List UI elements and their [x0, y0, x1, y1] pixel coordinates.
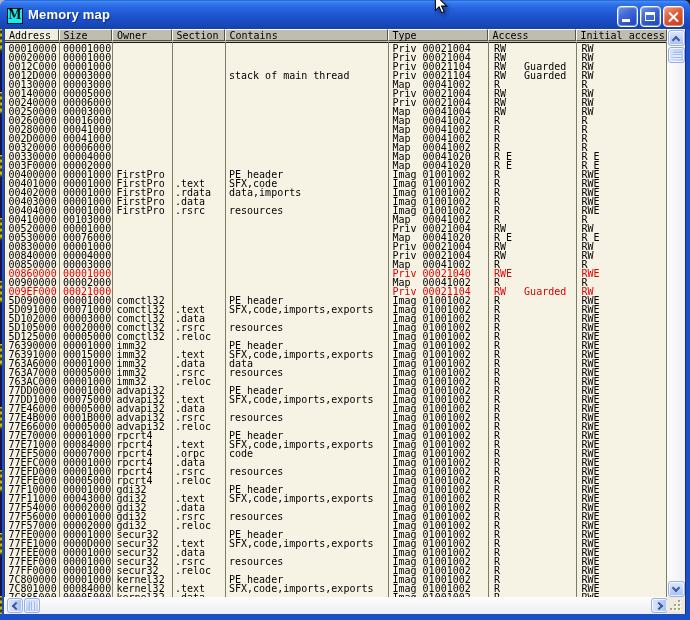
cell-contains: resources [229, 413, 283, 422]
cell-contains: SFX,code,imports,exports [229, 584, 374, 593]
right-border-line [685, 29, 686, 614]
column-header-label: Owner [117, 31, 147, 41]
chevron-left-icon [12, 601, 20, 609]
column-header-label: Access [493, 31, 529, 41]
cell-contains: resources [229, 368, 283, 377]
column-header-initial-access[interactable]: Initial access [576, 29, 668, 41]
cell-section: .reloc [175, 476, 211, 485]
column-header-label: Section [177, 31, 219, 41]
maximize-icon [645, 12, 655, 21]
left-border-line [4, 29, 5, 597]
scroll-down-button[interactable] [668, 581, 685, 597]
cell-contains: resources [229, 206, 283, 215]
resize-grip-dot [678, 600, 680, 602]
vertical-scrollbar[interactable] [667, 29, 685, 597]
cell-contains: resources [229, 323, 283, 332]
scroll-left-button[interactable] [7, 598, 24, 614]
resize-grip-dot [678, 608, 680, 610]
column-header-label: Type [393, 31, 417, 41]
scroll-up-button[interactable] [668, 30, 685, 46]
chevron-down-icon [672, 583, 680, 591]
cell-section: .reloc [175, 377, 211, 386]
cell-contains: SFX,code,imports,exports [229, 395, 374, 404]
cell-access: RW Guarded [494, 71, 566, 80]
column-header-contains[interactable]: Contains [225, 29, 388, 41]
resize-grip[interactable] [667, 597, 685, 614]
cell-section: .reloc [175, 521, 211, 530]
column-header-owner[interactable]: Owner [112, 29, 172, 41]
resize-grip-dot [674, 604, 676, 606]
horizontal-scrollbar-thumb[interactable] [24, 598, 40, 614]
close-button[interactable] [663, 6, 684, 27]
cell-contains: resources [229, 467, 283, 476]
column-header-size[interactable]: Size [59, 29, 113, 41]
memory-map-table: AddressSizeOwnerSectionContainsTypeAcces… [4, 29, 685, 614]
column-header-label: Initial access [581, 31, 665, 41]
column-header-label: Contains [230, 31, 278, 41]
horizontal-scrollbar[interactable] [4, 597, 667, 614]
table-header-row: AddressSizeOwnerSectionContainsTypeAcces… [4, 29, 667, 42]
maximize-button[interactable] [640, 6, 661, 27]
cell-contains: SFX,code,imports,exports [229, 494, 374, 503]
column-header-access[interactable]: Access [488, 29, 576, 41]
cell-access: RW Guarded [494, 287, 566, 296]
cell-section: .reloc [175, 566, 211, 575]
resize-grip-dot [674, 608, 676, 610]
cell-section: .reloc [175, 422, 211, 431]
resize-grip-dot [678, 604, 680, 606]
chevron-right-icon [654, 601, 662, 609]
vertical-scrollbar-thumb[interactable] [668, 47, 685, 63]
cell-contains: SFX,code,imports,exports [229, 539, 374, 548]
cell-contains: code [229, 449, 253, 458]
chevron-up-icon [672, 35, 680, 43]
scroll-right-button[interactable] [651, 598, 668, 614]
column-header-section[interactable]: Section [172, 29, 225, 41]
title-bar[interactable]: M Memory map [0, 0, 690, 29]
column-header-label: Address [9, 31, 51, 41]
table-body: 0001000000001000Priv 00021004RWRW0002000… [4, 42, 666, 597]
mouse-cursor [434, 0, 451, 16]
cell-contains: data,imports [229, 188, 301, 197]
cell-owner: FirstPro [117, 206, 165, 215]
column-header-type[interactable]: Type [388, 29, 488, 41]
cell-contains: stack of main thread [229, 71, 349, 80]
cell-section: .rsrc [175, 206, 205, 215]
thumb-grip-icon [673, 52, 681, 59]
cell-contains: SFX,code,imports,exports [229, 305, 374, 314]
cell-contains: resources [229, 512, 283, 521]
resize-grip-dot [670, 608, 672, 610]
column-header-label: Size [64, 31, 88, 41]
thumb-grip-icon [29, 602, 36, 610]
column-header-address[interactable]: Address [4, 29, 59, 41]
left-border-pattern [0, 29, 2, 614]
minimize-icon [622, 19, 630, 22]
cell-section: .reloc [175, 332, 211, 341]
memory-map-window: M Memory map AddressSizeOwnerSectionCont… [0, 0, 690, 620]
minimize-button[interactable] [617, 6, 638, 27]
window-icon: M [7, 8, 23, 24]
window-title: Memory map [28, 6, 110, 23]
cell-contains: resources [229, 557, 283, 566]
